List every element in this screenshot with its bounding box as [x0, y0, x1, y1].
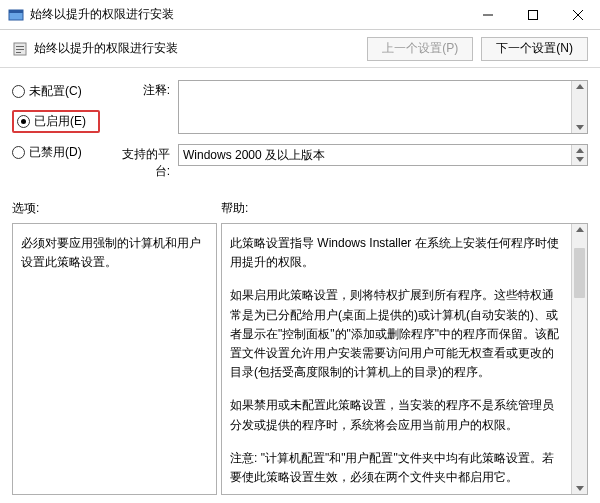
maximize-button[interactable]: [510, 0, 555, 29]
prev-setting-button[interactable]: 上一个设置(P): [367, 37, 473, 61]
scrollbar[interactable]: [571, 81, 587, 133]
toolbar: 始终以提升的权限进行安装 上一个设置(P) 下一个设置(N): [0, 30, 600, 68]
svg-rect-9: [16, 52, 21, 53]
radio-enabled-highlight: 已启用(E): [12, 110, 100, 133]
chevron-down-icon: [576, 125, 584, 130]
app-icon: [8, 7, 24, 23]
platform-label: 支持的平台:: [110, 144, 170, 180]
window-title: 始终以提升的权限进行安装: [30, 6, 465, 23]
help-paragraph: 如果启用此策略设置，则将特权扩展到所有程序。这些特权通常是为已分配给用户(桌面上…: [230, 286, 565, 382]
options-panel: 必须对要应用强制的计算机和用户设置此策略设置。: [12, 223, 217, 495]
scrollbar[interactable]: [571, 224, 587, 494]
chevron-down-icon: [576, 157, 584, 162]
help-paragraph: 此策略设置指导 Windows Installer 在系统上安装任何程序时使用提…: [230, 234, 565, 272]
radio-label: 已禁用(D): [29, 144, 82, 161]
comment-input[interactable]: [178, 80, 588, 134]
radio-disabled[interactable]: 已禁用(D): [12, 143, 100, 161]
radio-group: 未配置(C) 已启用(E) 已禁用(D): [12, 80, 100, 180]
platform-field: Windows 2000 及以上版本: [178, 144, 588, 166]
help-paragraph: 注意: "计算机配置"和"用户配置"文件夹中均有此策略设置。若要使此策略设置生效…: [230, 449, 565, 487]
radio-label: 已启用(E): [34, 113, 86, 130]
svg-rect-7: [16, 46, 24, 47]
close-button[interactable]: [555, 0, 600, 29]
options-text: 必须对要应用强制的计算机和用户设置此策略设置。: [21, 234, 208, 272]
radio-icon: [12, 146, 25, 159]
policy-icon: [12, 41, 28, 57]
help-panel: 此策略设置指导 Windows Installer 在系统上安装任何程序时使用提…: [221, 223, 588, 495]
help-label: 帮助:: [221, 200, 588, 217]
comment-label: 注释:: [110, 80, 170, 99]
scrollbar[interactable]: [571, 145, 587, 165]
radio-not-configured[interactable]: 未配置(C): [12, 82, 100, 100]
radio-label: 未配置(C): [29, 83, 82, 100]
help-paragraph: 如果禁用或未配置此策略设置，当安装的程序不是系统管理员分发或提供的程序时，系统将…: [230, 396, 565, 434]
title-bar: 始终以提升的权限进行安装: [0, 0, 600, 30]
scrollbar-thumb[interactable]: [574, 248, 585, 298]
next-setting-button[interactable]: 下一个设置(N): [481, 37, 588, 61]
radio-icon: [17, 115, 30, 128]
svg-rect-3: [528, 10, 537, 19]
chevron-down-icon: [576, 486, 584, 491]
chevron-up-icon: [576, 227, 584, 232]
chevron-up-icon: [576, 84, 584, 89]
svg-rect-8: [16, 49, 24, 50]
radio-enabled[interactable]: 已启用(E): [17, 113, 86, 130]
minimize-button[interactable]: [465, 0, 510, 29]
toolbar-title: 始终以提升的权限进行安装: [34, 40, 359, 57]
options-label: 选项:: [12, 200, 217, 217]
platform-value: Windows 2000 及以上版本: [183, 147, 325, 164]
radio-icon: [12, 85, 25, 98]
chevron-up-icon: [576, 148, 584, 153]
svg-rect-1: [9, 10, 23, 13]
